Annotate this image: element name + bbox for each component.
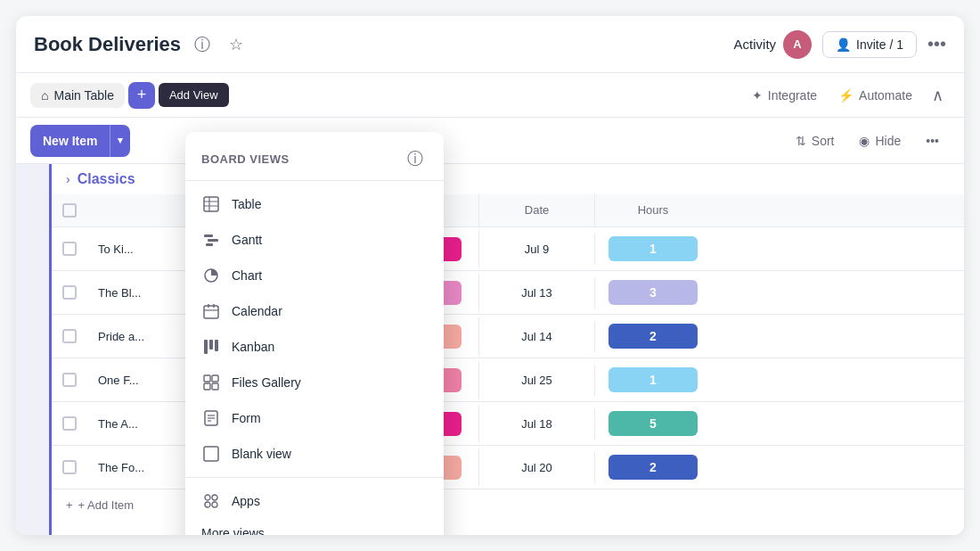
add-item-label: + Add Item [78, 498, 135, 512]
tab-main-table-label: Main Table [53, 88, 113, 103]
table-icon [201, 194, 221, 214]
dropdown-item-blank-view[interactable]: Blank view [185, 436, 444, 472]
dropdown-item-chart[interactable]: Chart [185, 258, 444, 293]
svg-point-26 [205, 502, 210, 507]
hours-badge-5: 5 [608, 411, 698, 436]
info-button[interactable]: ⓘ [190, 32, 215, 57]
dropdown-item-table[interactable]: Table [185, 186, 444, 222]
header-left: Book Deliveries ⓘ ☆ [34, 32, 249, 57]
dropdown-item-gantt-label: Gantt [232, 233, 262, 247]
sort-label: Sort [812, 134, 835, 148]
hours-column-header[interactable]: Hours [595, 194, 711, 226]
dropdown-item-calendar[interactable]: Calendar [185, 293, 444, 329]
avatar: A [783, 30, 812, 59]
row-checkbox-1 [52, 242, 87, 256]
blank-view-icon [201, 444, 221, 464]
select-all-checkbox[interactable] [62, 203, 77, 218]
invite-label: Invite / 1 [856, 37, 903, 52]
svg-rect-16 [212, 375, 218, 382]
tab-main-table[interactable]: ⌂ Main Table [30, 83, 125, 108]
svg-rect-13 [209, 340, 213, 350]
svg-rect-5 [208, 239, 218, 242]
dropdown-info-icon: ⓘ [407, 148, 423, 169]
cell-date-4: Jul 25 [479, 365, 595, 396]
automate-label: Automate [859, 88, 912, 103]
row-checkbox-5 [52, 416, 87, 431]
dropdown-item-kanban-label: Kanban [232, 340, 274, 354]
cell-date-3: Jul 14 [479, 321, 595, 352]
svg-rect-15 [204, 375, 210, 382]
content-area: › Classics Driver Vehicle Date Hours To … [16, 164, 964, 535]
more-toolbar-button[interactable]: ••• [915, 128, 950, 153]
invite-button[interactable]: 👤 Invite / 1 [822, 31, 917, 58]
new-item-label: New Item [30, 125, 110, 157]
activity-button[interactable]: Activity A [734, 30, 813, 59]
dropdown-item-apps[interactable]: Apps [185, 483, 444, 519]
dropdown-divider [185, 477, 444, 478]
svg-point-24 [205, 495, 210, 500]
kanban-icon [201, 337, 221, 357]
cell-hours-2: 3 [595, 273, 711, 312]
add-item-plus-icon: + [66, 498, 73, 512]
dropdown-item-chart-label: Chart [232, 268, 262, 283]
sort-button[interactable]: ⇅ Sort [785, 128, 845, 153]
info-icon: ⓘ [194, 34, 210, 55]
hide-button[interactable]: ◉ Hide [848, 128, 911, 153]
cell-hours-4: 1 [595, 360, 711, 399]
hide-label: Hide [875, 134, 901, 148]
hours-badge-3: 2 [608, 324, 698, 349]
hours-badge-1: 1 [608, 236, 698, 261]
activity-label: Activity [734, 37, 777, 52]
dropdown-item-files-gallery[interactable]: Files Gallery [185, 365, 444, 400]
group-label[interactable]: Classics [78, 171, 135, 187]
integrate-button[interactable]: ✦ Integrate [743, 83, 826, 108]
add-view-tooltip: Add View [159, 83, 229, 107]
dropdown-item-files-gallery-label: Files Gallery [232, 375, 301, 390]
group-chevron[interactable]: › [66, 172, 70, 186]
cell-date-6: Jul 20 [479, 452, 595, 483]
more-options-button[interactable]: ••• [927, 34, 946, 54]
toolbar: New Item ▾ ⇅ Sort ◉ Hide ••• [16, 118, 964, 164]
dropdown-item-kanban[interactable]: Kanban [185, 329, 444, 365]
collapse-button[interactable]: ∧ [925, 83, 950, 108]
automate-button[interactable]: ⚡ Automate [829, 83, 921, 108]
svg-rect-23 [204, 447, 218, 461]
dropdown-item-form[interactable]: Form [185, 400, 444, 436]
plus-icon: + [137, 86, 147, 104]
hours-badge-2: 3 [608, 280, 698, 305]
svg-rect-12 [204, 340, 208, 354]
form-icon [201, 408, 221, 428]
calendar-icon [201, 301, 221, 321]
add-view-button[interactable]: + [128, 82, 155, 109]
svg-rect-4 [204, 234, 213, 237]
tabs-row: ⌂ Main Table + Add View ✦ Integrate ⚡ Au… [16, 73, 964, 118]
dropdown-item-blank-view-label: Blank view [232, 447, 291, 461]
date-column-header[interactable]: Date [479, 194, 595, 226]
row-checkbox-6 [52, 460, 87, 474]
cell-hours-5: 5 [595, 404, 711, 443]
cell-date-5: Jul 18 [479, 408, 595, 440]
cell-hours-6: 2 [595, 448, 711, 487]
hide-icon: ◉ [859, 134, 870, 148]
cell-hours-3: 2 [595, 317, 711, 356]
home-icon: ⌂ [41, 88, 48, 103]
ellipsis-icon: ••• [927, 34, 946, 53]
cell-date-1: Jul 9 [479, 234, 595, 265]
page-title: Book Deliveries [34, 33, 181, 56]
cell-hours-1: 1 [595, 229, 711, 268]
new-item-arrow[interactable]: ▾ [110, 125, 130, 157]
dropdown-info-button[interactable]: ⓘ [403, 146, 428, 171]
dropdown-item-gantt[interactable]: Gantt [185, 222, 444, 258]
user-plus-icon: 👤 [836, 37, 851, 52]
row-checkbox-2 [52, 285, 87, 300]
more-views-item[interactable]: More views [185, 519, 444, 535]
left-sidebar-col [16, 164, 52, 535]
dropdown-item-table-label: Table [232, 197, 261, 211]
row-checkbox-4 [52, 373, 87, 387]
hours-badge-4: 1 [608, 367, 698, 392]
star-button[interactable]: ☆ [224, 32, 249, 57]
svg-rect-17 [204, 383, 210, 390]
new-item-button[interactable]: New Item ▾ [30, 125, 130, 157]
apps-icon [201, 491, 221, 511]
dropdown-item-apps-label: Apps [232, 494, 260, 508]
